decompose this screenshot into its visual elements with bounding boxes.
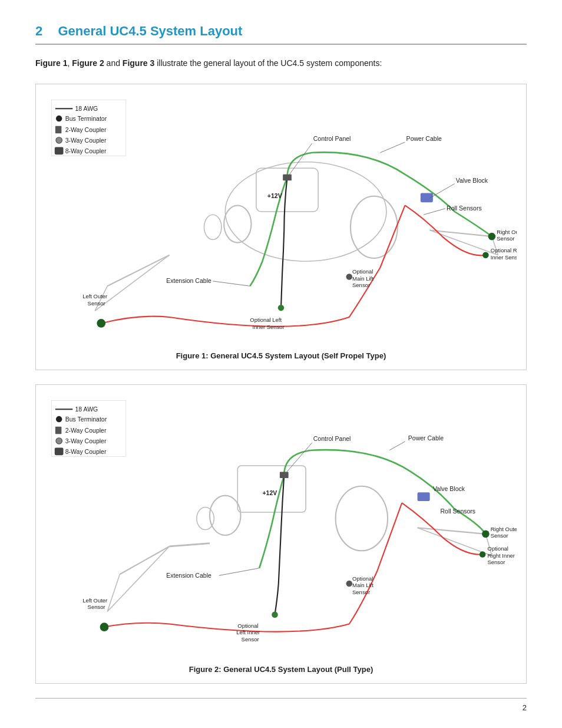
figure1-inner: 18 AWG Bus Terminator 2-Way Coupler 3-Wa… bbox=[45, 94, 517, 360]
svg-point-33 bbox=[488, 233, 496, 241]
svg-line-28 bbox=[430, 184, 455, 198]
svg-text:Power Cable: Power Cable bbox=[406, 135, 442, 142]
svg-text:Right Outer: Right Outer bbox=[491, 526, 517, 532]
svg-text:3-Way Coupler: 3-Way Coupler bbox=[65, 137, 107, 144]
svg-line-77 bbox=[389, 442, 405, 450]
svg-text:Roll Sensors: Roll Sensors bbox=[441, 508, 476, 515]
svg-text:Left Outer: Left Outer bbox=[82, 294, 107, 300]
svg-point-41 bbox=[346, 274, 353, 281]
svg-line-57 bbox=[107, 575, 120, 612]
svg-point-85 bbox=[480, 552, 486, 558]
svg-text:Right Outer: Right Outer bbox=[497, 229, 517, 235]
page-number: 2 bbox=[35, 698, 527, 712]
svg-text:Sensor: Sensor bbox=[88, 300, 105, 307]
intro-paragraph: Figure 1, Figure 2 and Figure 3 illustra… bbox=[35, 57, 527, 70]
svg-line-90 bbox=[219, 568, 259, 576]
svg-rect-67 bbox=[55, 427, 62, 434]
section-title: 2 General UC4.5 System Layout bbox=[35, 24, 527, 39]
svg-point-53 bbox=[336, 486, 388, 551]
svg-line-74 bbox=[284, 443, 312, 476]
svg-text:Optional: Optional bbox=[488, 546, 508, 552]
svg-text:Optional: Optional bbox=[352, 575, 373, 582]
svg-rect-23 bbox=[283, 174, 292, 181]
svg-point-36 bbox=[482, 252, 489, 259]
svg-text:Extension Cable: Extension Cable bbox=[166, 277, 211, 284]
svg-line-59 bbox=[418, 528, 486, 535]
svg-rect-16 bbox=[55, 126, 62, 134]
section-title-text: General UC4.5 System Layout bbox=[58, 24, 242, 38]
figure2-svg: 18 AWG Bus Terminator 2-Way Coupler 3-Wa… bbox=[45, 394, 517, 655]
figure1-diagram: 18 AWG Bus Terminator 2-Way Coupler 3-Wa… bbox=[45, 94, 517, 342]
svg-text:Sensor: Sensor bbox=[491, 533, 508, 539]
svg-text:18 AWG: 18 AWG bbox=[75, 406, 98, 413]
svg-text:Roll Sensors: Roll Sensors bbox=[447, 205, 482, 212]
figure1-container: 18 AWG Bus Terminator 2-Way Coupler 3-Wa… bbox=[35, 84, 527, 370]
svg-point-98 bbox=[272, 612, 278, 618]
svg-text:Sensor: Sensor bbox=[488, 559, 505, 566]
svg-text:8-Way Coupler: 8-Way Coupler bbox=[65, 448, 107, 455]
svg-text:+12V: +12V bbox=[267, 192, 282, 199]
svg-text:Sensor: Sensor bbox=[352, 589, 370, 595]
svg-text:18 AWG: 18 AWG bbox=[75, 106, 98, 113]
svg-text:3-Way Coupler: 3-Way Coupler bbox=[65, 438, 107, 445]
svg-text:Valve Block: Valve Block bbox=[456, 177, 488, 184]
figure2-ref: Figure 2 bbox=[72, 58, 104, 68]
svg-point-4 bbox=[204, 215, 221, 240]
svg-rect-79 bbox=[418, 493, 430, 502]
figure1-caption: Figure 1: General UC4.5 System Layout (S… bbox=[176, 351, 386, 360]
svg-point-48 bbox=[278, 305, 285, 311]
svg-text:Bus Terminator: Bus Terminator bbox=[65, 416, 107, 423]
svg-line-56 bbox=[107, 546, 169, 612]
svg-point-69 bbox=[56, 438, 62, 444]
svg-line-25 bbox=[380, 142, 405, 153]
svg-text:2-Way Coupler: 2-Way Coupler bbox=[65, 427, 107, 434]
svg-line-31 bbox=[424, 209, 445, 215]
svg-text:Extension Cable: Extension Cable bbox=[166, 572, 211, 579]
svg-line-60 bbox=[418, 528, 492, 556]
svg-text:Right Inner: Right Inner bbox=[488, 552, 515, 559]
section-number: 2 bbox=[35, 24, 42, 38]
svg-text:Optional Right: Optional Right bbox=[491, 248, 517, 254]
svg-rect-20 bbox=[55, 147, 64, 155]
svg-line-55 bbox=[120, 546, 169, 574]
svg-text:Valve Block: Valve Block bbox=[433, 486, 465, 493]
svg-text:Main Lift: Main Lift bbox=[352, 582, 373, 589]
figure3-ref: Figure 3 bbox=[123, 58, 154, 68]
svg-point-91 bbox=[346, 581, 353, 587]
svg-text:2-Way Coupler: 2-Way Coupler bbox=[65, 127, 107, 134]
svg-text:Control Panel: Control Panel bbox=[313, 435, 351, 442]
svg-text:Sensor: Sensor bbox=[352, 282, 370, 289]
svg-line-5 bbox=[107, 255, 169, 286]
svg-line-58 bbox=[170, 543, 210, 546]
svg-line-39 bbox=[213, 281, 250, 286]
svg-text:8-Way Coupler: 8-Way Coupler bbox=[65, 147, 107, 154]
svg-text:Sensor: Sensor bbox=[88, 604, 105, 611]
svg-point-82 bbox=[482, 531, 490, 538]
svg-text:Sensor: Sensor bbox=[242, 636, 259, 643]
svg-text:Optional Left: Optional Left bbox=[250, 317, 282, 324]
svg-text:Power Cable: Power Cable bbox=[408, 434, 444, 442]
svg-text:Optional: Optional bbox=[237, 622, 258, 629]
svg-point-3 bbox=[351, 196, 398, 258]
svg-line-22 bbox=[287, 144, 312, 178]
svg-rect-29 bbox=[421, 193, 433, 203]
svg-rect-71 bbox=[55, 448, 64, 456]
figure2-inner: 18 AWG Bus Terminator 2-Way Coupler 3-Wa… bbox=[45, 394, 517, 673]
svg-text:Left Outer: Left Outer bbox=[82, 597, 107, 604]
svg-text:Left Inner: Left Inner bbox=[236, 630, 260, 636]
svg-point-45 bbox=[97, 319, 105, 328]
svg-point-65 bbox=[56, 416, 62, 423]
svg-text:Sensor: Sensor bbox=[497, 236, 514, 242]
svg-text:Inner Sensor: Inner Sensor bbox=[253, 324, 285, 330]
figure1-svg: 18 AWG Bus Terminator 2-Way Coupler 3-Wa… bbox=[45, 94, 517, 342]
svg-point-52 bbox=[210, 496, 241, 535]
svg-text:Main Lift: Main Lift bbox=[352, 275, 373, 282]
svg-text:Optional: Optional bbox=[352, 269, 373, 275]
svg-point-95 bbox=[100, 623, 109, 632]
svg-text:Control Panel: Control Panel bbox=[313, 135, 351, 142]
section-header: 2 General UC4.5 System Layout bbox=[35, 24, 527, 45]
figure2-container: 18 AWG Bus Terminator 2-Way Coupler 3-Wa… bbox=[35, 384, 527, 683]
svg-point-54 bbox=[197, 508, 214, 530]
svg-line-6 bbox=[95, 255, 169, 311]
svg-point-18 bbox=[56, 137, 62, 144]
